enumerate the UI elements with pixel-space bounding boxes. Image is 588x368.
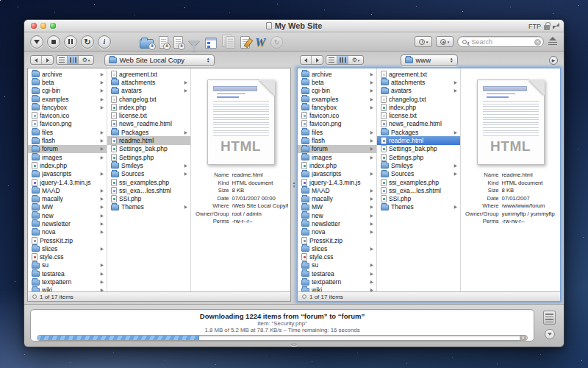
list-item[interactable]: macally▶ <box>28 194 107 202</box>
proxy-document-icon[interactable] <box>266 22 272 29</box>
compare-button[interactable] <box>222 35 235 49</box>
back-button[interactable] <box>31 56 42 64</box>
list-item[interactable]: Smileys▶ <box>377 161 460 169</box>
path-popup-remote[interactable]: www ▲▼ <box>401 54 458 66</box>
toggle-queue-button[interactable] <box>545 329 555 339</box>
column-view-button[interactable] <box>68 56 79 64</box>
list-item[interactable]: avatars▶ <box>107 87 190 95</box>
list-item[interactable]: Packages▶ <box>107 128 190 136</box>
list-item[interactable]: Sources▶ <box>107 170 190 178</box>
list-item[interactable]: index.php <box>298 161 376 169</box>
list-item[interactable]: images▶ <box>28 153 107 161</box>
list-item[interactable]: ssi_examples.php <box>107 178 190 186</box>
column-files[interactable]: agreement.txtattachments▶avatars▶changel… <box>107 68 191 291</box>
list-item[interactable]: Settings_bak.php <box>107 145 190 153</box>
list-item[interactable]: su▶ <box>28 261 107 269</box>
list-item[interactable]: style.css <box>298 253 376 261</box>
list-item[interactable]: forum▶ <box>28 145 107 153</box>
list-item[interactable]: beta▶ <box>298 78 376 86</box>
list-item[interactable]: newsletter▶ <box>28 219 107 227</box>
fullscreen-icon[interactable] <box>553 23 559 29</box>
list-item[interactable]: textpattern▶ <box>28 277 107 286</box>
list-item[interactable]: Settings_bak.php <box>377 145 460 153</box>
list-item[interactable]: changelog.txt <box>107 95 190 103</box>
list-item[interactable]: wiki▶ <box>298 286 376 291</box>
list-item[interactable]: favicon.png <box>28 120 107 128</box>
list-item[interactable]: agreement.txt <box>107 70 190 78</box>
list-item[interactable]: news_readme.html <box>107 120 190 128</box>
list-item[interactable]: agreement.txt <box>377 70 460 78</box>
list-view-button[interactable] <box>57 56 68 64</box>
window-resize-handle[interactable] <box>291 343 297 346</box>
action-menu-button[interactable]: ⚙▾ <box>79 56 93 64</box>
pause-button[interactable] <box>64 35 77 49</box>
list-item[interactable]: nova▶ <box>298 228 376 236</box>
list-item[interactable]: archive▶ <box>298 70 376 78</box>
list-item[interactable]: Settings.php <box>107 153 190 161</box>
list-item[interactable]: index.php <box>28 161 107 169</box>
list-item[interactable]: newsletter▶ <box>298 219 376 227</box>
list-item[interactable]: cgi-bin▶ <box>28 87 107 95</box>
list-item[interactable]: MW▶ <box>28 203 107 211</box>
list-item[interactable]: SSI.php <box>377 194 460 202</box>
list-item[interactable]: nova▶ <box>28 228 107 236</box>
forward-button[interactable] <box>42 56 53 64</box>
list-item[interactable]: style.css <box>28 253 107 261</box>
list-item[interactable]: attachments▶ <box>107 78 190 86</box>
list-item[interactable]: Themes▶ <box>377 203 460 211</box>
stop-button[interactable] <box>47 35 60 49</box>
list-item[interactable]: jquery-1.4.3.min.js <box>28 178 107 186</box>
list-item[interactable]: Sources▶ <box>377 170 460 178</box>
list-item[interactable]: new▶ <box>298 211 376 219</box>
new-file-button[interactable] <box>159 35 168 49</box>
web-preview-button[interactable]: W <box>255 35 265 49</box>
filter-button[interactable] <box>188 35 200 49</box>
back-button[interactable] <box>301 56 312 64</box>
list-item[interactable]: macally▶ <box>298 194 376 202</box>
list-item[interactable]: Themes▶ <box>107 203 190 211</box>
list-item[interactable]: examples▶ <box>28 95 107 103</box>
list-item[interactable]: avatars▶ <box>377 87 460 95</box>
list-item[interactable]: ssi_examples.php <box>377 178 460 186</box>
list-item[interactable]: files▶ <box>298 128 376 136</box>
list-item[interactable]: Smileys▶ <box>107 161 190 169</box>
schedule-dropdown[interactable]: ▾ <box>436 36 453 47</box>
list-item[interactable]: readme.html <box>377 136 460 144</box>
column-files[interactable]: agreement.txtattachments▶avatars▶changel… <box>377 68 461 291</box>
list-item[interactable]: favicon.png <box>298 120 376 128</box>
list-item[interactable]: license.txt <box>107 111 190 119</box>
new-folder-button[interactable] <box>140 35 154 49</box>
list-item[interactable]: Settings.php <box>377 153 460 161</box>
list-item[interactable]: ssi_exa…les.shtml <box>377 186 460 194</box>
action-menu-button[interactable]: ⚙▾ <box>348 56 363 64</box>
forward-button[interactable] <box>312 56 323 64</box>
list-item[interactable]: readme.html <box>107 136 190 144</box>
list-item[interactable]: attachments▶ <box>377 78 460 86</box>
cancel-transfer-button[interactable]: ✕ <box>520 335 526 342</box>
list-item[interactable]: ssi_exa…les.shtml <box>107 186 190 194</box>
edit-button[interactable] <box>240 35 250 49</box>
list-item[interactable]: license.txt <box>377 111 460 119</box>
list-item[interactable]: flash▶ <box>298 136 376 144</box>
search-field[interactable]: ▾ ✕ <box>457 36 544 47</box>
list-item[interactable]: index.php <box>377 103 460 111</box>
list-item[interactable]: javascripts▶ <box>28 170 107 178</box>
list-item[interactable]: su▶ <box>298 261 376 269</box>
list-item[interactable]: SSI.php <box>107 194 190 202</box>
column-folders[interactable]: archive▶beta▶cgi-bin▶examples▶fancybox▶f… <box>28 68 107 291</box>
disconnect-eject-button[interactable] <box>548 37 558 47</box>
list-item[interactable]: PressKit.zip <box>28 236 107 244</box>
list-item[interactable]: testarea▶ <box>298 269 376 277</box>
list-item[interactable]: images▶ <box>298 153 376 161</box>
list-item[interactable]: index.php <box>107 103 190 111</box>
history-dropdown[interactable]: ▾ <box>415 36 432 47</box>
list-item[interactable]: cgi-bin▶ <box>298 87 376 95</box>
list-item[interactable]: MAAD▶ <box>28 186 107 194</box>
sync-button[interactable]: ↻ <box>270 35 283 49</box>
list-item[interactable]: favicon.ico <box>28 111 107 119</box>
list-item[interactable]: wiki▶ <box>28 286 107 291</box>
list-item[interactable]: beta▶ <box>28 78 107 86</box>
list-item[interactable]: news_readme.html <box>377 120 460 128</box>
search-input[interactable] <box>472 38 533 46</box>
duplicate-file-button[interactable] <box>173 35 183 49</box>
